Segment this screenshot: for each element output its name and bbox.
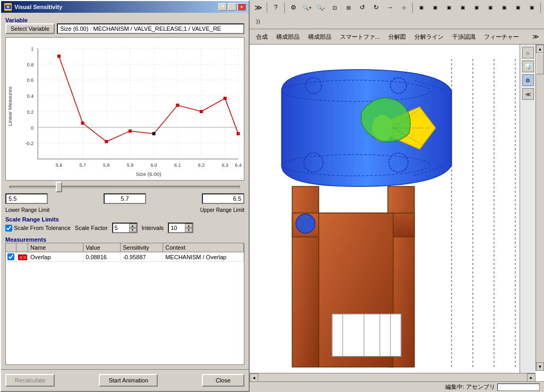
toolbar-btn-pan[interactable]: → bbox=[384, 1, 396, 14]
cad-side-btn-chevron[interactable]: ≪ bbox=[522, 88, 534, 100]
table-row: Overlap 0.08816 -0.95887 MECHANISM / Ove… bbox=[6, 252, 244, 262]
scale-factor-up[interactable]: ▲ bbox=[129, 224, 137, 228]
intervals-input[interactable] bbox=[169, 224, 185, 232]
mid-range-input[interactable] bbox=[104, 193, 146, 204]
cad-side-btn-home[interactable]: ⌂ bbox=[522, 47, 534, 58]
toolbar-btn-box9[interactable]: ▣ bbox=[525, 1, 538, 14]
recalculate-button[interactable]: Recalculate bbox=[5, 374, 55, 387]
toolbar-sep-3 bbox=[412, 2, 413, 13]
row-context: MECHANISM / Overlap bbox=[163, 253, 244, 261]
dialog-titlebar: Visual Sensitivity ? □ × bbox=[1, 1, 249, 13]
scroll-track-h bbox=[258, 373, 527, 381]
svg-text:6.4: 6.4 bbox=[235, 163, 241, 168]
scale-row: Scale From Tolerance Scale Factor ▲ ▼ In… bbox=[5, 223, 244, 233]
status-input[interactable] bbox=[497, 384, 540, 391]
toolbar-btn-help[interactable]: ? bbox=[269, 1, 282, 14]
toolbar-btn-rotate-cw[interactable]: ↻ bbox=[370, 1, 382, 14]
scroll-left-btn[interactable]: ◄ bbox=[250, 373, 258, 381]
svg-text:5.6: 5.6 bbox=[56, 163, 62, 168]
scroll-thumb-v[interactable] bbox=[536, 53, 544, 74]
svg-point-73 bbox=[296, 214, 315, 233]
toolbar-btn-more[interactable]: ⟩⟩ bbox=[252, 15, 265, 28]
restore-button[interactable]: □ bbox=[228, 3, 236, 11]
menu-item-component2[interactable]: 構成部品 bbox=[304, 31, 336, 42]
row-sensitivity: -0.95887 bbox=[121, 253, 163, 261]
svg-text:6.0: 6.0 bbox=[150, 163, 157, 168]
svg-text:0.2: 0.2 bbox=[27, 109, 33, 115]
slider-track[interactable] bbox=[10, 186, 240, 188]
toolbar-btn-zoom-in[interactable]: 🔍+ bbox=[301, 1, 313, 14]
scale-from-tolerance-checkbox[interactable] bbox=[5, 225, 12, 232]
toolbar-btn-box4[interactable]: ▣ bbox=[456, 1, 469, 14]
svg-text:6.1: 6.1 bbox=[174, 163, 181, 168]
menu-item-assembly[interactable]: 合成 bbox=[252, 31, 272, 42]
scale-from-tolerance-label[interactable]: Scale From Tolerance bbox=[5, 225, 71, 232]
toolbar-btn-box1[interactable]: ▣ bbox=[415, 1, 428, 14]
cad-side-btn-settings[interactable]: ⚙ bbox=[522, 74, 534, 86]
toolbar-sep-2 bbox=[284, 2, 285, 13]
status-text: 編集中: アセンブリ bbox=[445, 383, 495, 391]
menu-expand-btn[interactable]: ≫ bbox=[529, 30, 542, 43]
dialog-footer: Recalculate Start Animation Close bbox=[1, 369, 249, 391]
menu-item-smartfit[interactable]: スマートファ... bbox=[336, 31, 384, 42]
scale-factor-input[interactable] bbox=[113, 224, 129, 232]
svg-rect-51 bbox=[20, 256, 22, 259]
slider-container bbox=[10, 185, 240, 189]
variable-label: Variable bbox=[5, 17, 244, 23]
toolbar-btn-settings[interactable]: ⚙ bbox=[287, 1, 300, 14]
scroll-down-btn[interactable]: ▼ bbox=[536, 362, 544, 371]
intervals-spinbox[interactable]: ▲ ▼ bbox=[168, 223, 193, 233]
row-checkbox[interactable] bbox=[7, 253, 14, 260]
toolbar-btn-expand[interactable]: ≫ bbox=[252, 1, 265, 14]
menu-item-component1[interactable]: 構成部品 bbox=[272, 31, 304, 42]
th-sensitivity: Sensitivity bbox=[121, 243, 163, 252]
scale-factor-spinbox[interactable]: ▲ ▼ bbox=[112, 223, 138, 233]
th-name: Name bbox=[28, 243, 83, 252]
toolbar-btn-box2[interactable]: ▣ bbox=[429, 1, 441, 14]
toolbar-btn-zoom-fit[interactable]: ⊡ bbox=[328, 1, 341, 14]
measurements-label: Measurements bbox=[5, 236, 244, 243]
svg-text:5.9: 5.9 bbox=[127, 163, 133, 168]
upper-range-input[interactable] bbox=[202, 193, 244, 204]
toolbar-btn-select[interactable]: ⊹ bbox=[397, 1, 410, 14]
scale-label: Scale Range Limits bbox=[5, 216, 244, 223]
th-context: Context bbox=[163, 243, 244, 252]
lower-range-input[interactable] bbox=[5, 193, 48, 204]
toolbar-btn-zoom-out[interactable]: 🔍- bbox=[314, 1, 327, 14]
help-button[interactable]: ? bbox=[218, 3, 227, 11]
menu-item-interference[interactable]: 干渉認識 bbox=[448, 31, 480, 42]
start-animation-button[interactable]: Start Animation bbox=[99, 374, 158, 387]
scroll-up-btn[interactable]: ▲ bbox=[536, 45, 544, 53]
slider-thumb[interactable] bbox=[56, 182, 62, 192]
toolbar-btn-box3[interactable]: ▣ bbox=[443, 1, 455, 14]
measurements-table: Name Value Sensitivity Context bbox=[5, 243, 244, 365]
toolbar-btn-zoom-select[interactable]: ⊞ bbox=[342, 1, 355, 14]
visual-sensitivity-dialog: Visual Sensitivity ? □ × Variable Select… bbox=[0, 0, 250, 392]
svg-text:6.3: 6.3 bbox=[222, 163, 228, 168]
toolbar-btn-box7[interactable]: ▣ bbox=[498, 1, 511, 14]
toolbar-btn-box5[interactable]: ▣ bbox=[470, 1, 483, 14]
svg-rect-42 bbox=[81, 122, 84, 125]
scale-factor-down[interactable]: ▼ bbox=[129, 228, 137, 232]
toolbar-btn-rotate-ccw[interactable]: ↺ bbox=[356, 1, 369, 14]
cad-canvas bbox=[250, 45, 544, 381]
cad-view: ⌂ 📊 ⚙ ≪ ▲ ▼ ◄ ► bbox=[250, 45, 544, 381]
table-header: Name Value Sensitivity Context bbox=[6, 243, 244, 252]
intervals-up[interactable]: ▲ bbox=[185, 224, 192, 228]
svg-rect-43 bbox=[105, 140, 108, 143]
toolbar-sep-1 bbox=[267, 2, 267, 13]
toolbar-btn-box8[interactable]: ▣ bbox=[512, 1, 524, 14]
svg-text:Linear Measures: Linear Measures bbox=[7, 87, 13, 126]
menu-item-feature[interactable]: フィーチャー bbox=[480, 31, 523, 42]
close-dialog-button[interactable]: Close bbox=[202, 374, 244, 387]
scroll-right-btn[interactable]: ► bbox=[527, 373, 536, 381]
variable-row: Select Variable Size (6.00) : MECHANISM … bbox=[5, 23, 244, 34]
dialog-icon bbox=[4, 3, 12, 11]
toolbar-btn-box6[interactable]: ▣ bbox=[484, 1, 497, 14]
close-button[interactable]: × bbox=[237, 3, 246, 11]
cad-side-btn-chart[interactable]: 📊 bbox=[522, 61, 534, 72]
intervals-down[interactable]: ▼ bbox=[185, 228, 192, 232]
select-variable-button[interactable]: Select Variable bbox=[5, 23, 55, 34]
menu-item-explode[interactable]: 分解図 bbox=[384, 31, 410, 42]
menu-item-explode-line[interactable]: 分解ライン bbox=[410, 31, 448, 42]
